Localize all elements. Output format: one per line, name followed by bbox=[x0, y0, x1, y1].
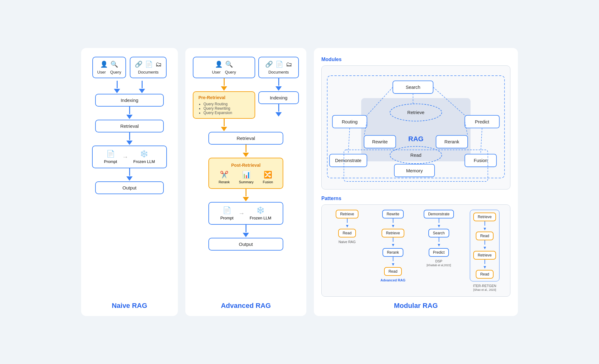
adv-arrow-1 bbox=[393, 218, 393, 223]
adv-retrieval-box: Retrieval bbox=[208, 132, 283, 145]
naive-prompt-label: Prompt bbox=[104, 159, 117, 164]
user-icon: 👤 bbox=[100, 60, 108, 68]
adv-prompt-item: 📄 Prompt bbox=[220, 206, 233, 220]
iter-arrow-2 bbox=[485, 240, 485, 245]
iter-arrow-down-1: ▾ bbox=[484, 226, 486, 232]
adv-frozen-llm-item: ❄️ Frozen LLM bbox=[250, 206, 271, 220]
summary-label: Summary bbox=[239, 180, 254, 184]
dsp-demonstrate-box: Demonstrate bbox=[424, 210, 454, 218]
patterns-container: Retrieve ▾ Read Naive RAG Rewrite ▾ Retr… bbox=[321, 204, 510, 297]
iter-retgen-pattern: Retrieve ▾ Read ▾ Retrieve ▾ Read ITER-R… bbox=[464, 210, 505, 291]
adv-llm-box: 📄 Prompt → ❄️ Frozen LLM bbox=[208, 202, 283, 225]
modules-section: Modules Search Routing Predict bbox=[321, 57, 510, 189]
adv-read-box: Read bbox=[384, 267, 402, 276]
svg-text:Routing: Routing bbox=[342, 119, 358, 124]
post-retrieval-icons: ✂️ Rerank 📊 Summary 🔀 Fusion bbox=[215, 171, 276, 184]
adv-layers-icon: 🗂 bbox=[286, 61, 292, 68]
adv-query-label: Query bbox=[225, 70, 236, 74]
advanced-rag-pattern: Rewrite ▾ Retrieve ▾ Rerank ▾ Read Advan… bbox=[373, 210, 413, 291]
post-retrieval-box: Post-Retrieval ✂️ Rerank 📊 Summary 🔀 Fus… bbox=[208, 158, 283, 189]
adv-arrow-down-2: ▾ bbox=[392, 242, 394, 248]
iter-retrieve-1-box: Retrieve bbox=[473, 213, 496, 221]
svg-text:Search: Search bbox=[406, 85, 420, 90]
adv-frozen-llm-label: Frozen LLM bbox=[250, 216, 271, 220]
arrow-right-icon: → bbox=[122, 153, 128, 160]
adv-user-icon: 👤 bbox=[215, 60, 223, 68]
adv-arrow-down-1: ▾ bbox=[392, 223, 394, 229]
naive-llm-box: 📄 Prompt → ❄️ Frozen LLM bbox=[92, 146, 167, 168]
adv-documents-box: 🔗 📄 🗂 Documents bbox=[258, 57, 299, 78]
iter-arrow-1 bbox=[485, 221, 485, 226]
adv-indexing-label: Indexing bbox=[270, 95, 288, 100]
iter-read-1-box: Read bbox=[476, 232, 494, 240]
dsp-arrow-down-2: ▾ bbox=[438, 242, 440, 248]
documents-box: 🔗 📄 🗂 Documents bbox=[130, 57, 167, 78]
naive-frozen-llm-item: ❄️ Frozen LLM bbox=[133, 150, 155, 164]
adv-prompt-label: Prompt bbox=[220, 216, 233, 220]
query-icon: 🔍 bbox=[110, 60, 118, 68]
naive-rag-inputs: 👤 🔍 User Query 🔗 📄 🗂 Documents bbox=[92, 57, 167, 78]
adv-user-query-box: 👤 🔍 User Query bbox=[193, 57, 255, 78]
naive-output-label: Output bbox=[122, 185, 136, 190]
svg-line-26 bbox=[348, 128, 350, 154]
naive-retrieval-box: Retrieval bbox=[95, 120, 164, 132]
svg-text:RAG: RAG bbox=[408, 135, 423, 143]
dsp-arrow-1 bbox=[439, 218, 439, 223]
user-label: User bbox=[97, 70, 106, 74]
iter-arrow-3 bbox=[485, 260, 485, 264]
naive-arrow-down-1: ▾ bbox=[346, 223, 348, 229]
advanced-rag-panel: 👤 🔍 User Query Pre-Retri bbox=[185, 48, 306, 316]
modules-svg: Search Routing Predict Retrieve Rewrite … bbox=[327, 71, 505, 183]
pre-retrieval-title: Pre-Retrieval bbox=[198, 95, 250, 100]
svg-text:Memory: Memory bbox=[406, 168, 423, 173]
rerank-item: ✂️ Rerank bbox=[219, 171, 230, 184]
adv-arrow-down-3: ▾ bbox=[392, 261, 394, 267]
adv-output-box: Output bbox=[208, 238, 283, 251]
adv-arrow-2 bbox=[393, 237, 393, 242]
fusion-label: Fusion bbox=[263, 180, 273, 184]
svg-text:Retrieve: Retrieve bbox=[407, 110, 425, 115]
pre-retrieval-item-2: Query Rewriting bbox=[203, 106, 250, 111]
naive-indexing-label: Indexing bbox=[121, 98, 139, 103]
adv-indexing-box: Indexing bbox=[258, 91, 299, 104]
patterns-label: Patterns bbox=[321, 196, 510, 201]
adv-arrow-3 bbox=[393, 257, 393, 261]
svg-text:Demonstrate: Demonstrate bbox=[335, 158, 361, 163]
adv-arrow-right-icon: → bbox=[238, 210, 245, 217]
svg-text:Fusion: Fusion bbox=[474, 158, 487, 163]
modules-container: Search Routing Predict Retrieve Rewrite … bbox=[321, 65, 510, 189]
fusion-item: 🔀 Fusion bbox=[263, 171, 273, 184]
adv-doc-icon: 📄 bbox=[275, 60, 283, 68]
naive-rag-pattern-title: Naive RAG bbox=[338, 240, 356, 244]
naive-output-box: Output bbox=[95, 181, 164, 194]
adv-retrieve-box: Retrieve bbox=[382, 229, 404, 237]
advanced-rag-flow: 👤 🔍 User Query Pre-Retri bbox=[193, 57, 299, 297]
modules-label: Modules bbox=[321, 57, 510, 62]
main-container: 👤 🔍 User Query 🔗 📄 🗂 Documents bbox=[81, 48, 518, 316]
adv-query-icon: 🔍 bbox=[225, 60, 233, 68]
naive-rag-pattern: Retrieve ▾ Read Naive RAG bbox=[327, 210, 368, 291]
naive-rag-title: Naive RAG bbox=[112, 297, 147, 310]
modular-rag-title: Modular RAG bbox=[394, 297, 438, 310]
dsp-search-box: Search bbox=[428, 229, 449, 237]
naive-retrieval-label: Retrieval bbox=[120, 123, 139, 129]
advanced-rag-title: Advanced RAG bbox=[221, 297, 271, 310]
adv-link-icon: 🔗 bbox=[265, 60, 273, 68]
iter-read-2-box: Read bbox=[476, 270, 494, 279]
dsp-predict-box: Predict bbox=[429, 248, 449, 257]
doc-icon: 📄 bbox=[145, 60, 153, 68]
adv-documents-label: Documents bbox=[268, 70, 289, 74]
summary-item: 📊 Summary bbox=[239, 171, 254, 184]
naive-frozen-llm-label: Frozen LLM bbox=[133, 159, 155, 164]
naive-rag-flow: 👤 🔍 User Query 🔗 📄 🗂 Documents bbox=[89, 57, 170, 297]
adv-user-label: User bbox=[212, 70, 221, 74]
naive-arrow-1 bbox=[347, 218, 348, 223]
pre-retrieval-list: Query Routing Query Rewriting Query Expa… bbox=[198, 102, 250, 115]
iter-retrieve-2-box: Retrieve bbox=[473, 251, 496, 260]
iter-arrow-down-3: ▾ bbox=[484, 264, 486, 270]
documents-label: Documents bbox=[138, 70, 159, 74]
adv-output-label: Output bbox=[239, 242, 253, 247]
user-query-box: 👤 🔍 User Query bbox=[92, 57, 126, 78]
iter-retgen-pattern-title: ITER-RETGEN[Shao et al., 2023] bbox=[473, 284, 496, 291]
svg-line-28 bbox=[481, 128, 482, 154]
